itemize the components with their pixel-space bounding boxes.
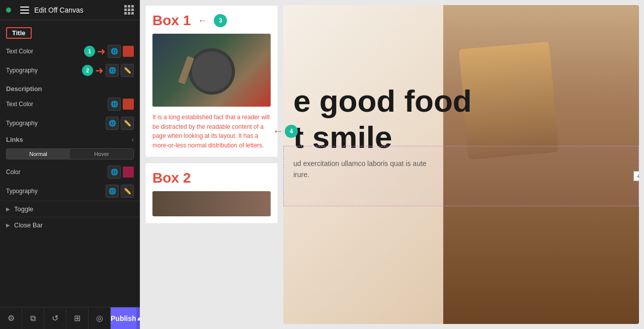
close-bar-section-label: Close Bar [14, 221, 43, 229]
box-1-body-text: It is a long established fact that a rea… [152, 113, 271, 150]
links-color-label: Color [6, 169, 108, 176]
panel-header: Edit Off Canvas [0, 0, 140, 20]
box-2: Box 2 [145, 162, 278, 224]
main-area: Box 1 ← 3 It is a long established fact … [140, 0, 644, 329]
arrow-right-1: ➜ [97, 45, 106, 57]
bg-heading-line1: e good food [293, 86, 472, 117]
bottom-bar: ⚙ ⧉ ↺ ⊞ ◎ Publish ▲ [0, 307, 140, 329]
left-panel: Edit Off Canvas Title Text Color 1 ➜ 🌐 T… [0, 0, 140, 329]
desc-text-color-controls: 🌐 [108, 98, 134, 111]
title-section-label: Title [6, 27, 32, 39]
box-2-image-partial [152, 191, 271, 216]
globe-icon-2[interactable]: 🌐 [106, 64, 119, 77]
panel-header-left: Edit Off Canvas [6, 6, 84, 14]
desc-text-color-label: Text Color [6, 101, 108, 108]
box-2-title: Box 2 [152, 170, 271, 186]
links-color-controls: 🌐 [108, 166, 134, 179]
links-typography-label: Typography [6, 188, 106, 195]
arrow-left-4: ← [273, 125, 284, 138]
links-section-label: Links [6, 136, 23, 143]
desc-typography-controls: 🌐 ✏️ [106, 117, 134, 130]
layers-icon-btn[interactable]: ⧉ [22, 307, 44, 330]
description-section-label: Description [0, 80, 140, 95]
food-plate-image [152, 34, 271, 107]
arrow-left-3: ← [198, 16, 207, 26]
globe-icon-3[interactable]: 🌐 [108, 98, 121, 111]
desc-typography-row: Typography 🌐 ✏️ [0, 114, 140, 133]
settings-icon-btn[interactable]: ⚙ [0, 307, 22, 330]
window-dot-green [6, 8, 11, 13]
globe-icon-4[interactable]: 🌐 [106, 117, 119, 130]
desc-typography-label: Typography [6, 120, 106, 127]
box-1-body-container: It is a long established fact that a rea… [152, 113, 271, 150]
color-swatch-red-1[interactable] [123, 46, 134, 57]
panel-title: Edit Off Canvas [34, 6, 84, 14]
arrow-4-container: ← 4 [273, 125, 298, 138]
title-typography-row: Typography 2 ➜ 🌐 ✏️ [0, 61, 140, 80]
window-controls [6, 8, 11, 13]
globe-icon-1[interactable]: 🌐 [108, 45, 121, 58]
color-swatch-pink[interactable] [123, 167, 134, 178]
title-section-box: Title [0, 24, 140, 42]
links-section-row: Links ‹ [0, 133, 140, 146]
title-typography-controls: 2 ➜ 🌐 ✏️ [82, 64, 134, 77]
publish-button[interactable]: Publish [111, 307, 136, 330]
links-color-row: Color 🌐 [0, 162, 140, 182]
color-swatch-red-2[interactable] [123, 99, 134, 110]
toggle-section-label: Toggle [14, 205, 33, 213]
selection-handle[interactable]: + [633, 171, 639, 181]
pencil-icon-2[interactable]: ✏️ [121, 64, 134, 77]
badge-3: 3 [214, 14, 227, 27]
eye-icon-btn[interactable]: ◎ [89, 307, 111, 330]
links-typography-controls: 🌐 ✏️ [106, 185, 134, 198]
badge-2: 2 [82, 65, 93, 76]
title-typography-label: Typography [6, 67, 82, 74]
arrow-right-2: ➜ [95, 64, 104, 76]
template-icon-btn[interactable]: ⊞ [66, 307, 89, 330]
close-bar-chevron-icon: ▶ [6, 222, 10, 228]
history-icon-btn[interactable]: ↺ [44, 307, 66, 330]
canvas-column: Box 1 ← 3 It is a long established fact … [145, 5, 278, 224]
tab-normal[interactable]: Normal [7, 149, 70, 159]
panel-content: Title Text Color 1 ➜ 🌐 Typography 2 ➜ 🌐 … [0, 20, 140, 307]
links-typography-row: Typography 🌐 ✏️ [0, 182, 140, 201]
selection-box: + [283, 146, 639, 206]
grid-icon[interactable] [124, 5, 134, 15]
bg-page: e good food t smile ud exercitation ulla… [283, 5, 639, 324]
badge-4: 4 [285, 125, 298, 138]
tab-hover[interactable]: Hover [70, 149, 133, 159]
normal-hover-tabs: Normal Hover [6, 148, 134, 159]
badge-1: 1 [84, 46, 95, 57]
box-1: Box 1 ← 3 It is a long established fact … [145, 5, 278, 157]
pencil-icon-4[interactable]: ✏️ [121, 117, 134, 130]
links-collapse-icon[interactable]: ‹ [132, 136, 134, 143]
globe-icon-5[interactable]: 🌐 [108, 166, 121, 179]
hamburger-icon[interactable] [20, 7, 29, 14]
close-bar-section[interactable]: ▶ Close Bar [0, 217, 140, 233]
title-text-color-row: Text Color 1 ➜ 🌐 [0, 42, 140, 61]
desc-text-color-row: Text Color 🌐 [0, 95, 140, 114]
title-text-color-controls: 1 ➜ 🌐 [84, 45, 134, 58]
title-text-color-label: Text Color [6, 48, 84, 55]
toggle-section[interactable]: ▶ Toggle [0, 201, 140, 217]
pencil-icon-6[interactable]: ✏️ [121, 185, 134, 198]
box-1-title: Box 1 ← 3 [152, 13, 271, 29]
bottom-icons: ⚙ ⧉ ↺ ⊞ ◎ [0, 307, 111, 330]
globe-icon-6[interactable]: 🌐 [106, 185, 119, 198]
toggle-chevron-icon: ▶ [6, 206, 10, 212]
